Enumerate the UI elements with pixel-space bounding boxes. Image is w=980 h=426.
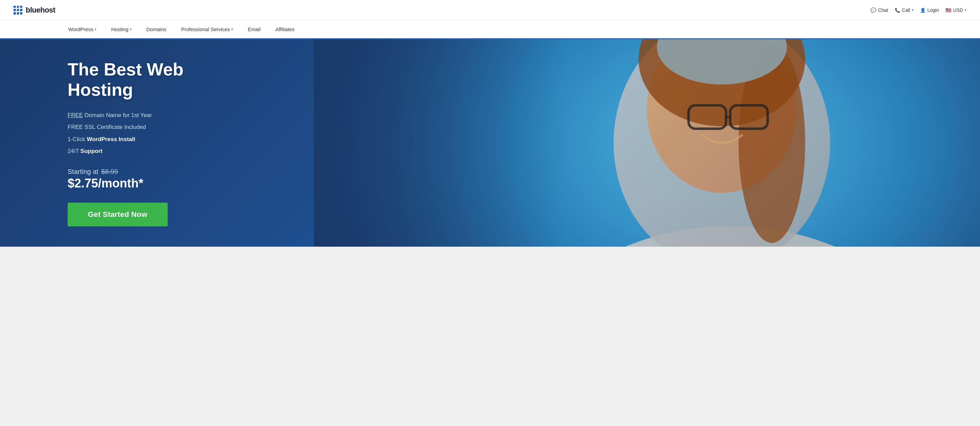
- hero-feature-1: FREE Domain Name for 1st Year: [68, 111, 203, 120]
- hero-section: The Best Web Hosting FREE Domain Name fo…: [0, 39, 980, 247]
- nav-item-professional-services[interactable]: Professional Services ▾: [181, 21, 234, 39]
- hero-content: The Best Web Hosting FREE Domain Name fo…: [0, 39, 230, 247]
- nav-label-wordpress: WordPress: [68, 26, 93, 32]
- nav-item-hosting[interactable]: Hosting ▾: [111, 21, 132, 39]
- price-current: $2.75/month*: [68, 176, 203, 190]
- hero-feature-4: 24/7 Support: [68, 147, 203, 156]
- svg-rect-11: [314, 39, 563, 247]
- chat-link[interactable]: Chat: [870, 8, 888, 13]
- currency-chevron-icon: ▾: [965, 8, 966, 12]
- nav-label-affiliates: Affiliates: [275, 26, 294, 32]
- hero-person-svg: [314, 39, 980, 247]
- pricing-section: Starting at $8.99 $2.75/month*: [68, 168, 203, 190]
- nav-label-hosting: Hosting: [111, 26, 129, 32]
- nav-item-domains[interactable]: Domains: [146, 21, 167, 39]
- logo-area[interactable]: bluehost: [14, 6, 56, 14]
- call-chevron-icon: ▾: [912, 8, 913, 12]
- get-started-button[interactable]: Get Started Now: [68, 203, 168, 227]
- feature-ssl-text: FREE SSL Certificate Included: [68, 124, 146, 130]
- user-icon: [920, 8, 926, 13]
- flag-icon: [945, 8, 951, 13]
- call-label: Call: [902, 8, 910, 13]
- nav-item-wordpress[interactable]: WordPress ▾: [68, 21, 97, 39]
- hero-feature-2: FREE SSL Certificate Included: [68, 123, 203, 132]
- feature-wordpress-text: 1-Click WordPress Install: [68, 136, 135, 142]
- feature-free-domain-text: Domain Name for 1st Year: [84, 112, 152, 118]
- nav-item-email[interactable]: Email: [247, 21, 261, 39]
- nav-label-email: Email: [248, 26, 261, 32]
- pricing-label: Starting at: [68, 168, 99, 176]
- hosting-chevron-icon: ▾: [130, 27, 132, 31]
- hero-feature-3: 1-Click WordPress Install: [68, 135, 203, 144]
- pricing-starting-row: Starting at $8.99: [68, 168, 203, 176]
- top-bar: bluehost Chat Call ▾ Login USD ▾: [0, 0, 980, 20]
- professional-services-chevron-icon: ▾: [231, 27, 233, 31]
- nav-label-professional-services: Professional Services: [181, 26, 230, 32]
- feature-free-domain-underline: FREE: [68, 112, 83, 118]
- hero-features-list: FREE Domain Name for 1st Year FREE SSL C…: [68, 111, 203, 156]
- currency-label: USD: [953, 8, 963, 13]
- hero-background: [314, 39, 980, 247]
- main-nav: WordPress ▾ Hosting ▾ Domains Profession…: [0, 20, 980, 39]
- chat-icon: [870, 8, 876, 13]
- bottom-area: [0, 247, 980, 267]
- price-original: $8.99: [101, 168, 118, 176]
- wordpress-chevron-icon: ▾: [95, 27, 96, 31]
- feature-support-text: 24/7 Support: [68, 148, 102, 154]
- top-right-nav: Chat Call ▾ Login USD ▾: [870, 8, 966, 13]
- hero-title: The Best Web Hosting: [68, 59, 203, 100]
- call-link[interactable]: Call ▾: [895, 8, 913, 13]
- chat-label: Chat: [878, 8, 888, 13]
- login-link[interactable]: Login: [920, 8, 939, 13]
- bluehost-logo-icon: [14, 6, 22, 14]
- nav-item-affiliates[interactable]: Affiliates: [275, 21, 295, 39]
- login-label: Login: [927, 8, 939, 13]
- nav-label-domains: Domains: [146, 26, 166, 32]
- currency-selector[interactable]: USD ▾: [945, 8, 966, 13]
- call-icon: [895, 8, 900, 13]
- logo-text: bluehost: [26, 6, 56, 14]
